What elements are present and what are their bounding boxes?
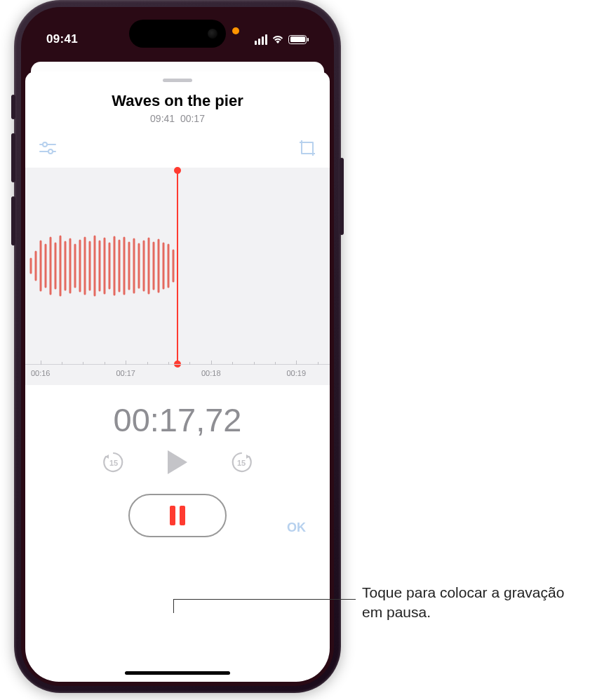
dynamic-island [129,20,226,48]
tick-label: 00:18 [201,369,221,377]
trim-button[interactable] [297,138,317,158]
pause-icon [170,506,185,525]
wifi-icon [271,34,284,44]
recording-meta: 09:41 00:17 [25,113,330,124]
waveform-area[interactable]: 00:16 00:17 00:18 00:19 [25,168,330,385]
callout-text: Toque para colocar a gravação em pausa. [362,583,572,623]
mute-switch[interactable] [11,95,15,119]
callout-leader-line [173,599,175,613]
home-indicator[interactable] [125,671,230,675]
ok-button[interactable]: OK [287,520,306,535]
recording-meta-duration: 00:17 [180,113,205,124]
svg-text:15: 15 [109,459,118,467]
svg-rect-4 [302,142,313,154]
pause-recording-button[interactable] [128,494,227,537]
enhance-settings-button[interactable] [38,138,58,158]
power-button[interactable] [340,158,344,235]
battery-icon [288,35,309,44]
play-button[interactable] [166,449,189,476]
skip-back-15-button[interactable]: 15 [102,450,126,474]
recording-sheet: Waves on the pier 09:41 00:17 [25,72,330,682]
tick-label: 00:17 [116,369,135,377]
elapsed-time: 00:17,72 [25,401,330,439]
recording-indicator-dot [232,27,239,34]
svg-point-3 [48,149,53,154]
callout-leader-line [173,599,356,600]
svg-text:15: 15 [237,459,246,467]
skip-forward-15-button[interactable]: 15 [229,450,253,474]
volume-up-button[interactable] [11,133,15,182]
sheet-grabber[interactable] [163,79,192,82]
recording-title: Waves on the pier [25,92,330,110]
status-time: 09:41 [46,32,78,46]
timeline-ruler: 00:16 00:17 00:18 00:19 [25,364,330,385]
recording-meta-time: 09:41 [150,113,175,124]
tick-label: 00:16 [31,369,51,377]
tick-label: 00:19 [286,369,306,377]
phone-frame: 09:41 Waves on the pier [14,0,341,693]
front-camera-icon [208,29,217,39]
svg-point-1 [43,142,47,147]
playhead[interactable] [177,170,178,364]
phone-screen: 09:41 Waves on the pier [21,7,334,686]
volume-down-button[interactable] [11,196,15,245]
cellular-signal-icon [255,34,268,45]
